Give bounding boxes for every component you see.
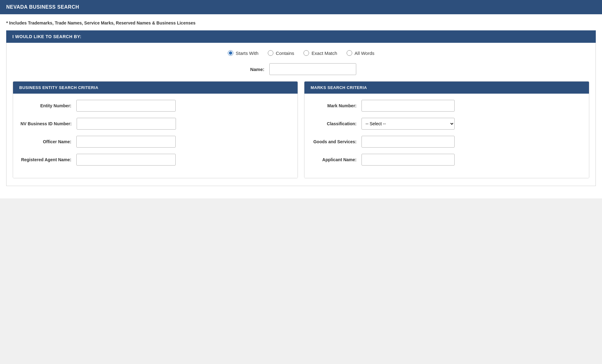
mark-number-row: Mark Number: [312,100,582,112]
mark-number-label: Mark Number: [312,103,362,109]
radio-group: Starts With Contains Exact Match All Wor… [13,50,589,56]
classification-select[interactable]: -- Select -- [362,118,455,130]
registered-agent-input[interactable] [76,154,176,166]
radio-contains-input[interactable] [268,50,273,56]
marks-header: MARKS SEARCH CRITERIA [304,82,589,94]
business-entity-body: Entity Number: NV Business ID Number: Of… [13,94,298,178]
goods-services-input[interactable] [362,136,455,148]
business-entity-header: BUSINESS ENTITY SEARCH CRITERIA [13,82,298,94]
radio-starts-with-input[interactable] [228,50,233,56]
officer-name-label: Officer Name: [20,139,76,144]
business-entity-title: BUSINESS ENTITY SEARCH CRITERIA [19,85,291,90]
goods-services-label: Goods and Services: [312,139,362,144]
page-header: NEVADA BUSINESS SEARCH [0,0,602,14]
classification-row: Classification: -- Select -- [312,118,582,130]
business-entity-panel: BUSINESS ENTITY SEARCH CRITERIA Entity N… [13,81,298,178]
main-content: * Includes Trademarks, Trade Names, Serv… [0,14,602,198]
nv-business-id-label: NV Business ID Number: [20,121,77,127]
classification-label: Classification: [312,121,362,127]
name-label: Name: [246,67,264,72]
radio-all-words-input[interactable] [347,50,352,56]
radio-exact-match-input[interactable] [303,50,309,56]
entity-number-input[interactable] [76,100,176,112]
officer-name-row: Officer Name: [20,136,290,148]
page-title: NEVADA BUSINESS SEARCH [6,4,596,10]
marks-panel: MARKS SEARCH CRITERIA Mark Number: Class… [304,81,589,178]
marks-title: MARKS SEARCH CRITERIA [311,85,583,90]
radio-all-words-label: All Words [355,51,375,56]
entity-number-label: Entity Number: [20,103,76,109]
radio-contains[interactable]: Contains [268,50,294,56]
goods-services-row: Goods and Services: [312,136,582,148]
applicant-name-input[interactable] [362,154,455,166]
officer-name-input[interactable] [76,136,176,148]
name-input[interactable] [269,63,356,75]
includes-note: * Includes Trademarks, Trade Names, Serv… [6,20,596,25]
radio-exact-match-label: Exact Match [312,51,337,56]
nv-business-id-input[interactable] [77,118,176,130]
marks-body: Mark Number: Classification: -- Select -… [304,94,589,178]
search-by-panel: I WOULD LIKE TO SEARCH BY: [6,30,596,43]
name-field-row: Name: [13,63,589,75]
nv-business-id-row: NV Business ID Number: [20,118,290,130]
applicant-name-row: Applicant Name: [312,154,582,166]
search-form-container: Starts With Contains Exact Match All Wor… [6,43,596,186]
radio-contains-label: Contains [276,51,294,56]
radio-starts-with-label: Starts With [236,51,258,56]
search-by-label: I WOULD LIKE TO SEARCH BY: [12,34,590,39]
mark-number-input[interactable] [362,100,455,112]
registered-agent-label: Registered Agent Name: [20,157,76,162]
radio-exact-match[interactable]: Exact Match [303,50,337,56]
entity-number-row: Entity Number: [20,100,290,112]
radio-all-words[interactable]: All Words [347,50,375,56]
registered-agent-row: Registered Agent Name: [20,154,290,166]
radio-starts-with[interactable]: Starts With [228,50,258,56]
criteria-row: BUSINESS ENTITY SEARCH CRITERIA Entity N… [13,81,589,178]
applicant-name-label: Applicant Name: [312,157,362,162]
